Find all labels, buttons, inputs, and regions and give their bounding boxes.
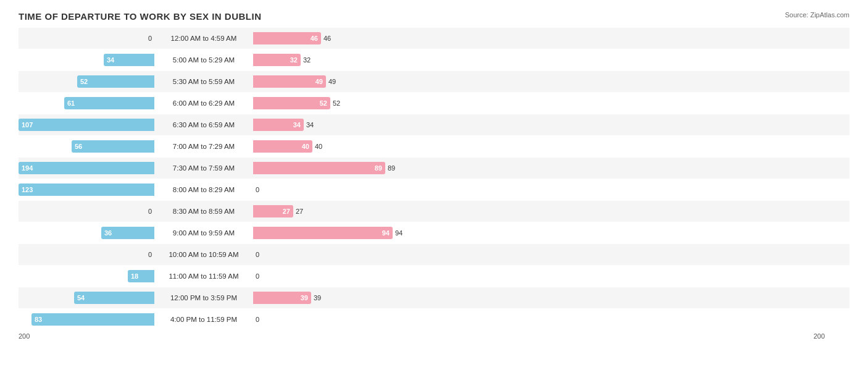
female-bar: 34 xyxy=(253,119,304,131)
chart-area: 012:00 AM to 4:59 AM4646345:00 AM to 5:2… xyxy=(19,28,849,316)
table-row: 1076:30 AM to 6:59 AM3434 xyxy=(19,114,849,135)
female-value-inside: 52 xyxy=(320,99,330,107)
female-value-outside: 40 xyxy=(315,143,322,150)
female-bar: 94 xyxy=(253,227,393,239)
male-bar: 36 xyxy=(101,227,154,239)
table-row: 616:00 AM to 6:29 AM5252 xyxy=(19,93,849,114)
female-bar-section: 4646 xyxy=(253,28,849,49)
male-value-inside: 34 xyxy=(104,56,114,64)
female-value-zero: 0 xyxy=(256,316,259,323)
female-bar-section: 0 xyxy=(253,309,849,330)
male-bar-section: 61 xyxy=(19,93,154,114)
female-bar: 49 xyxy=(253,75,326,88)
female-bar-section: 3939 xyxy=(253,287,849,308)
female-value-inside: 39 xyxy=(301,294,311,302)
male-bar: 56 xyxy=(72,140,154,153)
female-bar-wrapper: 9494 xyxy=(253,227,393,239)
male-value-inside: 52 xyxy=(77,78,88,85)
time-label: 5:00 AM to 5:29 AM xyxy=(154,56,253,64)
time-label: 6:00 AM to 6:29 AM xyxy=(154,99,253,107)
female-value-outside: 27 xyxy=(296,208,303,215)
axis-row: 200200 xyxy=(19,332,849,340)
table-row: 010:00 AM to 10:59 AM0 xyxy=(19,244,849,265)
male-bar: 107 xyxy=(19,119,154,131)
male-bar: 194 xyxy=(19,162,154,174)
female-value-outside: 49 xyxy=(328,78,336,85)
table-row: 08:30 AM to 8:59 AM2727 xyxy=(19,201,849,222)
source-text: Source: ZipAtlas.com xyxy=(785,11,849,19)
male-value-zero: 0 xyxy=(148,251,152,258)
male-bar: 61 xyxy=(64,97,154,109)
male-bar-section: 54 xyxy=(19,287,154,308)
male-value-zero: 0 xyxy=(148,35,152,42)
female-value-outside: 34 xyxy=(306,121,314,129)
table-row: 567:00 AM to 7:29 AM4040 xyxy=(19,136,849,157)
female-value-inside: 89 xyxy=(375,164,385,172)
female-value-inside: 46 xyxy=(311,35,321,42)
male-value-inside: 107 xyxy=(19,121,33,129)
male-bar: 54 xyxy=(74,292,154,304)
male-value-inside: 194 xyxy=(19,164,33,172)
female-value-outside: 39 xyxy=(314,294,321,302)
female-value-inside: 49 xyxy=(315,78,326,85)
male-bar: 123 xyxy=(19,184,154,196)
table-row: 1811:00 AM to 11:59 AM0 xyxy=(19,266,849,287)
male-bar: 34 xyxy=(104,54,154,66)
male-bar-section: 36 xyxy=(19,222,154,243)
male-value-inside: 18 xyxy=(128,272,138,280)
female-value-zero: 0 xyxy=(256,272,259,280)
female-value-outside: 94 xyxy=(395,229,403,237)
female-bar-wrapper: 5252 xyxy=(253,97,330,109)
female-bar-wrapper: 4646 xyxy=(253,32,321,44)
time-label: 12:00 PM to 3:59 PM xyxy=(154,294,253,302)
female-bar: 39 xyxy=(253,292,311,304)
table-row: 345:00 AM to 5:29 AM3232 xyxy=(19,49,849,70)
female-bar-section: 9494 xyxy=(253,222,849,243)
female-bar-wrapper: 3939 xyxy=(253,292,311,304)
table-row: 525:30 AM to 5:59 AM4949 xyxy=(19,71,849,92)
female-value-outside: 89 xyxy=(388,164,395,172)
table-row: 012:00 AM to 4:59 AM4646 xyxy=(19,28,849,49)
female-value-inside: 34 xyxy=(293,121,304,129)
male-bar-section: 107 xyxy=(19,114,154,135)
female-bar-section: 0 xyxy=(253,179,849,200)
female-bar: 89 xyxy=(253,162,385,174)
female-bar-wrapper: 4949 xyxy=(253,75,326,88)
axis-right-label: 200 xyxy=(814,332,825,340)
female-bar-section: 4949 xyxy=(253,71,849,92)
female-bar-section: 3434 xyxy=(253,114,849,135)
female-bar-section: 0 xyxy=(253,244,849,265)
female-bar-section: 4040 xyxy=(253,136,849,157)
female-bar-wrapper: 3434 xyxy=(253,119,304,131)
female-bar: 32 xyxy=(253,54,301,66)
axis-left-label: 200 xyxy=(19,332,30,340)
male-bar-section: 194 xyxy=(19,158,154,179)
table-row: 369:00 AM to 9:59 AM9494 xyxy=(19,222,849,243)
male-bar-section: 123 xyxy=(19,179,154,200)
time-label: 11:00 AM to 11:59 AM xyxy=(154,272,253,280)
male-value-inside: 83 xyxy=(31,316,42,323)
female-value-inside: 32 xyxy=(290,56,301,64)
female-value-inside: 94 xyxy=(382,229,393,237)
male-bar-section: 18 xyxy=(19,266,154,287)
female-value-inside: 40 xyxy=(302,143,312,150)
time-label: 8:30 AM to 8:59 AM xyxy=(154,208,253,215)
female-bar-wrapper: 8989 xyxy=(253,162,385,174)
male-value-inside: 61 xyxy=(64,99,75,107)
female-bar-section: 0 xyxy=(253,266,849,287)
male-value-inside: 123 xyxy=(19,186,33,193)
male-bar-section: 52 xyxy=(19,71,154,92)
time-label: 7:00 AM to 7:29 AM xyxy=(154,143,253,150)
female-bar: 40 xyxy=(253,140,312,153)
female-bar: 46 xyxy=(253,32,321,44)
chart-container: TIME OF DEPARTURE TO WORK BY SEX IN DUBL… xyxy=(0,0,868,367)
time-label: 10:00 AM to 10:59 AM xyxy=(154,251,253,258)
male-bar-section: 83 xyxy=(19,309,154,330)
female-bar: 52 xyxy=(253,97,330,109)
female-bar: 27 xyxy=(253,205,293,217)
table-row: 1947:30 AM to 7:59 AM8989 xyxy=(19,158,849,179)
male-value-inside: 56 xyxy=(72,143,82,150)
time-label: 6:30 AM to 6:59 AM xyxy=(154,121,253,129)
male-value-inside: 54 xyxy=(74,294,85,302)
female-value-zero: 0 xyxy=(256,251,259,258)
